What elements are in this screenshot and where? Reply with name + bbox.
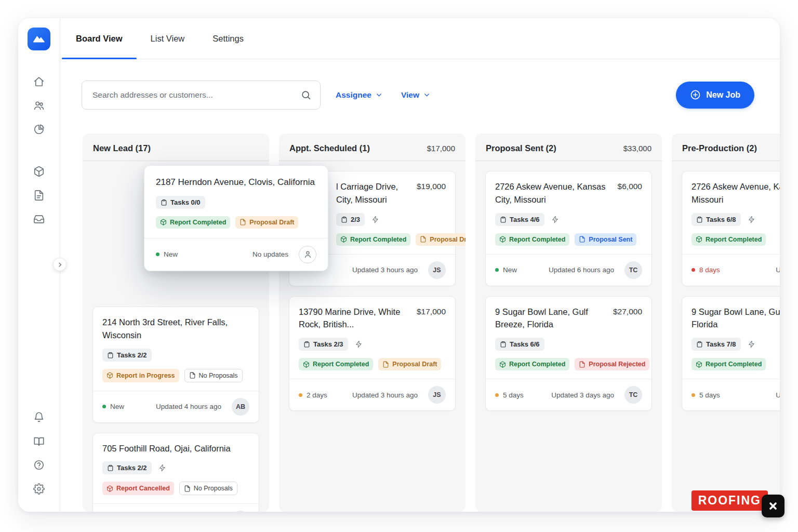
report-box-icon — [340, 236, 347, 243]
report-box-icon — [107, 372, 113, 379]
tab-list-view[interactable]: List View — [137, 18, 199, 59]
updated-text: Updated 3 hours ago — [352, 391, 418, 399]
badge-proposal-sent: Proposal Sent — [575, 233, 636, 246]
assignee-avatar[interactable]: JS — [428, 386, 446, 404]
automation-bolt-icon — [551, 216, 559, 223]
column-cards: 2726 Askew Avenue, Kansas City, Missouri… — [475, 161, 662, 421]
updated-text: Updated 3 days ago — [776, 266, 780, 274]
job-card[interactable]: 214 North 3rd Street, River Falls, Wisco… — [92, 307, 259, 423]
assignee-avatar[interactable]: JO — [232, 511, 249, 512]
automation-bolt-icon — [158, 464, 166, 472]
status-text: New — [503, 266, 517, 274]
job-address: 2726 Askew Avenue, Kansas City, Missouri — [691, 180, 780, 206]
job-card[interactable]: 2726 Askew Avenue, Kansas City, Missouri… — [682, 171, 780, 286]
new-job-button[interactable]: New Job — [676, 82, 754, 109]
view-filter[interactable]: View — [401, 90, 430, 100]
app-window: Board ViewList ViewSettings Assignee Vie… — [18, 18, 780, 512]
tasks-chip: Tasks 2/2 — [102, 349, 152, 362]
documents-icon[interactable] — [30, 186, 48, 205]
inbox-icon[interactable] — [30, 210, 48, 229]
automation-icon — [355, 340, 363, 348]
badge-no-proposals: No Proposals — [184, 369, 243, 382]
column-title: Appt. Scheduled (1) — [289, 143, 427, 153]
tasks-clipboard-icon — [500, 341, 507, 348]
badge-proposal-draft: Proposal Draft — [416, 233, 466, 246]
card-body: 705 Foothill Road, Ojai, California Task… — [93, 433, 259, 504]
job-address: 9 Sugar Bowl Lane, Gulf Breeze, Florida — [495, 305, 608, 331]
tasks-chip: Tasks 6/6 — [495, 338, 544, 351]
job-value: $19,000 — [417, 180, 446, 206]
automation-bolt-icon — [748, 340, 755, 348]
proposal-doc-icon — [240, 219, 246, 225]
automation-icon — [748, 340, 755, 348]
column-header: Appt. Scheduled (1) $17,000 — [279, 134, 466, 161]
roofing-brand-badge: ROOFING — [691, 490, 768, 511]
job-card[interactable]: 9 Sugar Bowl Lane, Gulf Breeze, Florida … — [682, 296, 780, 411]
dragged-card[interactable]: 2187 Herndon Avenue, Clovis, California … — [144, 165, 328, 271]
job-card[interactable]: 13790 Marine Drive, White Rock, British.… — [289, 296, 456, 411]
help-icon[interactable] — [30, 456, 48, 474]
assignee-avatar[interactable]: TC — [624, 386, 642, 404]
notifications-icon[interactable] — [30, 408, 48, 427]
status-text: New — [110, 403, 124, 410]
badge-proposal-draft: Proposal Draft — [378, 358, 441, 370]
tasks-clipboard-icon — [303, 341, 310, 348]
automation-bolt-icon — [748, 216, 755, 223]
tab-bar: Board ViewList ViewSettings — [60, 18, 780, 59]
assignee-filter-label: Assignee — [336, 90, 371, 100]
job-address: 705 Foothill Road, Ojai, California — [102, 442, 249, 455]
tab-settings[interactable]: Settings — [198, 18, 258, 59]
badge-report-completed: Report Completed — [691, 358, 766, 370]
tab-board-view[interactable]: Board View — [62, 18, 137, 59]
status-dot — [102, 405, 106, 408]
materials-icon[interactable] — [30, 162, 48, 181]
proposal-doc-icon — [579, 236, 586, 243]
card-body: 214 North 3rd Street, River Falls, Wisco… — [93, 307, 259, 391]
updated-text: Updated 3 hours ago — [352, 266, 418, 274]
card-footer: 8 daysUpdated 3 days ago — [682, 254, 780, 286]
job-card[interactable]: 9 Sugar Bowl Lane, Gulf Breeze, Florida$… — [485, 296, 652, 411]
tasks-chip: Tasks 7/8 — [691, 338, 741, 351]
card-footer: 5 daysUpdated 3 days agoTC — [486, 379, 651, 410]
assignee-avatar-icon[interactable] — [299, 246, 316, 263]
reports-icon[interactable] — [30, 120, 48, 139]
job-card[interactable]: 2726 Askew Avenue, Kansas City, Missouri… — [485, 171, 652, 286]
column-cards: 2726 Askew Avenue, Kansas City, Missouri… — [672, 161, 780, 421]
settings-icon[interactable] — [30, 480, 48, 498]
proposal-doc-icon — [579, 361, 586, 368]
badge-proposal-rejected: Proposal Rejected — [575, 358, 649, 370]
badge-report-completed: Report Completed — [495, 358, 569, 370]
tasks-chip: Tasks 2/3 — [299, 338, 348, 351]
assignee-filter[interactable]: Assignee — [336, 90, 382, 100]
job-address: 13790 Marine Drive, White Rock, British.… — [299, 305, 411, 331]
home-icon[interactable] — [30, 72, 48, 91]
customers-icon[interactable] — [30, 96, 48, 115]
resources-icon[interactable] — [30, 432, 48, 450]
card-footer: 2 daysUpdated 3 hours agoJS — [289, 379, 455, 410]
automation-icon — [748, 216, 755, 223]
status-dot — [299, 393, 302, 397]
card-body: 2726 Askew Avenue, Kansas City, Missouri… — [486, 171, 651, 254]
tasks-chip: Tasks 4/6 — [495, 213, 544, 226]
tasks-clipboard-icon — [107, 352, 114, 358]
assignee-avatar[interactable]: AB — [232, 398, 249, 416]
status-dot — [691, 393, 695, 397]
mountain-logo-icon — [32, 32, 46, 46]
status-text: 2 days — [307, 391, 327, 399]
card-footer: NewUpdated 6 hours agoTC — [486, 254, 651, 286]
assignee-avatar[interactable]: TC — [624, 261, 642, 279]
app-logo[interactable] — [28, 28, 50, 50]
column-title: New Lead (17) — [93, 143, 259, 153]
tasks-chip: Tasks 6/8 — [691, 213, 741, 226]
card-body: 2187 Herndon Avenue, Clovis, California … — [144, 166, 328, 238]
search-box[interactable] — [82, 81, 321, 110]
sidebar-expand-button[interactable] — [53, 258, 66, 271]
search-input[interactable] — [82, 81, 321, 110]
job-card[interactable]: 705 Foothill Road, Ojai, California Task… — [92, 433, 259, 512]
updated-text: No updates — [252, 250, 288, 258]
status-text: 5 days — [503, 391, 524, 399]
status-text: 8 days — [699, 266, 720, 274]
card-footer: NewUpdated 30 minutes agoJO — [93, 503, 259, 512]
tasks-clipboard-icon — [161, 199, 167, 206]
assignee-avatar[interactable]: JS — [428, 261, 446, 279]
